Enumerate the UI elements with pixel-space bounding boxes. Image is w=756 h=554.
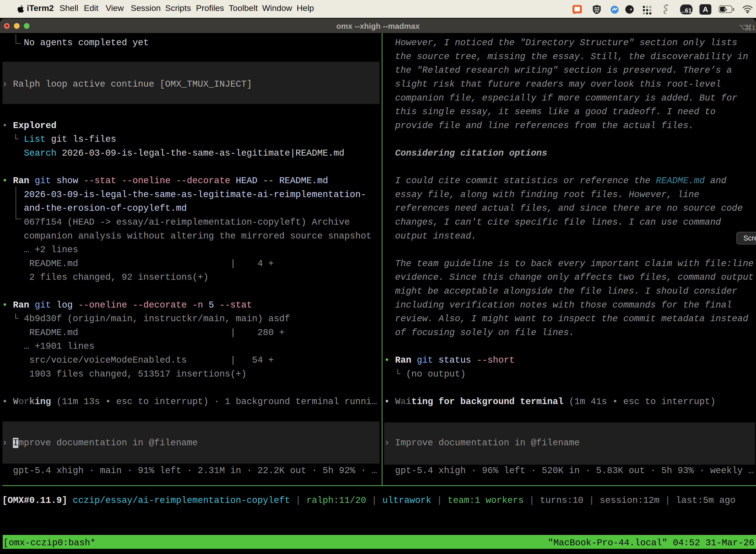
svg-text:1: 1 — [752, 24, 755, 31]
